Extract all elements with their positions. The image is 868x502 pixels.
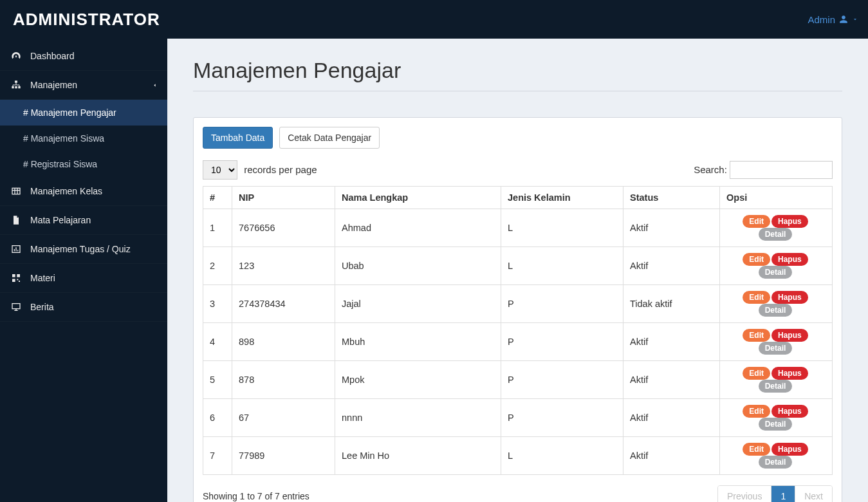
cell-jk: L [501, 209, 623, 247]
delete-button[interactable]: Hapus [771, 253, 808, 266]
search-input[interactable] [730, 161, 833, 179]
prev-button[interactable]: Previous [718, 486, 771, 502]
sidebar-label: Manajemen [30, 80, 77, 90]
cell-nama: Ahmad [335, 209, 501, 247]
edit-button[interactable]: Edit [743, 291, 770, 304]
user-dropdown[interactable]: Admin [808, 14, 858, 25]
svg-rect-4 [12, 188, 20, 194]
cell-num: 6 [203, 399, 232, 437]
submenu-manajemen: # Manajemen Pengajar # Manajemen Siswa #… [0, 100, 167, 177]
cell-jk: P [501, 361, 623, 399]
sidebar-item-berita[interactable]: Berita [0, 293, 167, 322]
cell-nip: 77989 [232, 437, 335, 475]
pagination: Previous 1 Next [717, 485, 833, 502]
brand: ADMINISTRATOR [13, 10, 160, 30]
sidebar-item-dashboard[interactable]: Dashboard [0, 42, 167, 71]
sidebar-item-matapelajaran[interactable]: Mata Pelajaran [0, 206, 167, 235]
detail-button[interactable]: Detail [759, 456, 793, 469]
delete-button[interactable]: Hapus [771, 291, 808, 304]
cell-num: 5 [203, 361, 232, 399]
next-button[interactable]: Next [795, 486, 832, 502]
delete-button[interactable]: Hapus [771, 443, 808, 456]
svg-rect-15 [17, 279, 18, 280]
sidebar-label: Materi [30, 273, 55, 283]
edit-button[interactable]: Edit [743, 215, 770, 228]
svg-rect-1 [12, 86, 14, 88]
cell-jk: L [501, 437, 623, 475]
showing-info: Showing 1 to 7 of 7 entries [203, 491, 309, 501]
button-row: Tambah Data Cetak Data Pengajar [203, 127, 833, 149]
svg-rect-16 [19, 281, 20, 282]
delete-button[interactable]: Hapus [771, 329, 808, 342]
cell-num: 7 [203, 437, 232, 475]
th-opsi[interactable]: Opsi [720, 187, 833, 209]
divider [193, 91, 842, 91]
cell-status: Aktif [623, 323, 720, 361]
svg-rect-2 [15, 86, 17, 88]
topbar: ADMINISTRATOR Admin [0, 0, 868, 39]
th-nip[interactable]: NIP [232, 187, 335, 209]
delete-button[interactable]: Hapus [771, 367, 808, 380]
edit-button[interactable]: Edit [743, 329, 770, 342]
th-nama[interactable]: Nama Lengkap [335, 187, 501, 209]
cell-nip: 7676656 [232, 209, 335, 247]
detail-button[interactable]: Detail [759, 304, 793, 317]
edit-button[interactable]: Edit [743, 443, 770, 456]
file-icon [10, 215, 23, 225]
records-per-page-select[interactable]: 10 [203, 160, 237, 180]
sidebar-item-tugas[interactable]: Manajemen Tugas / Quiz [0, 235, 167, 264]
cell-nama: Mbuh [335, 323, 501, 361]
user-icon [839, 15, 848, 24]
svg-rect-17 [12, 304, 20, 309]
delete-button[interactable]: Hapus [771, 215, 808, 228]
cell-opsi: EditHapusDetail [720, 323, 833, 361]
cell-jk: L [501, 247, 623, 285]
detail-button[interactable]: Detail [759, 228, 793, 241]
add-button[interactable]: Tambah Data [203, 127, 273, 149]
cell-num: 1 [203, 209, 232, 247]
detail-button[interactable]: Detail [759, 380, 793, 393]
submenu-pengajar[interactable]: # Manajemen Pengajar [0, 100, 167, 126]
svg-rect-14 [12, 279, 15, 282]
cell-nip: 274378434 [232, 285, 335, 323]
sidebar-item-kelas[interactable]: Manajemen Kelas [0, 177, 167, 206]
sidebar-label: Manajemen Kelas [30, 186, 102, 196]
th-jk[interactable]: Jenis Kelamin [501, 187, 623, 209]
edit-button[interactable]: Edit [743, 367, 770, 380]
detail-button[interactable]: Detail [759, 418, 793, 431]
sidebar-item-manajemen[interactable]: Manajemen [0, 71, 167, 100]
cell-jk: P [501, 323, 623, 361]
edit-button[interactable]: Edit [743, 253, 770, 266]
th-status[interactable]: Status [623, 187, 720, 209]
chevron-left-icon [152, 82, 158, 88]
sidebar-item-materi[interactable]: Materi [0, 264, 167, 293]
cell-nama: Lee Min Ho [335, 437, 501, 475]
cell-num: 2 [203, 247, 232, 285]
svg-rect-13 [17, 274, 20, 277]
submenu-siswa[interactable]: # Manajemen Siswa [0, 126, 167, 151]
table-row: 667nnnnPAktifEditHapusDetail [203, 399, 833, 437]
cell-opsi: EditHapusDetail [720, 361, 833, 399]
submenu-registrasi[interactable]: # Registrasi Siswa [0, 151, 167, 177]
print-button[interactable]: Cetak Data Pengajar [279, 127, 380, 149]
delete-button[interactable]: Hapus [771, 405, 808, 418]
svg-rect-12 [12, 274, 15, 277]
table-row: 5878MpokPAktifEditHapusDetail [203, 361, 833, 399]
panel: Tambah Data Cetak Data Pengajar 10 recor… [193, 117, 842, 502]
edit-button[interactable]: Edit [743, 405, 770, 418]
search-label: Search: [694, 164, 727, 175]
cell-opsi: EditHapusDetail [720, 247, 833, 285]
cell-status: Aktif [623, 361, 720, 399]
cell-status: Tidak aktif [623, 285, 720, 323]
page-1-button[interactable]: 1 [771, 486, 795, 502]
table-row: 3274378434JajalPTidak aktifEditHapusDeta… [203, 285, 833, 323]
th-num[interactable]: # [203, 187, 232, 209]
table-row: 4898MbuhPAktifEditHapusDetail [203, 323, 833, 361]
cell-opsi: EditHapusDetail [720, 437, 833, 475]
table-icon [10, 186, 23, 196]
detail-button[interactable]: Detail [759, 342, 793, 355]
detail-button[interactable]: Detail [759, 266, 793, 279]
sitemap-icon [10, 80, 23, 90]
caret-down-icon [852, 16, 858, 23]
cell-status: Aktif [623, 399, 720, 437]
